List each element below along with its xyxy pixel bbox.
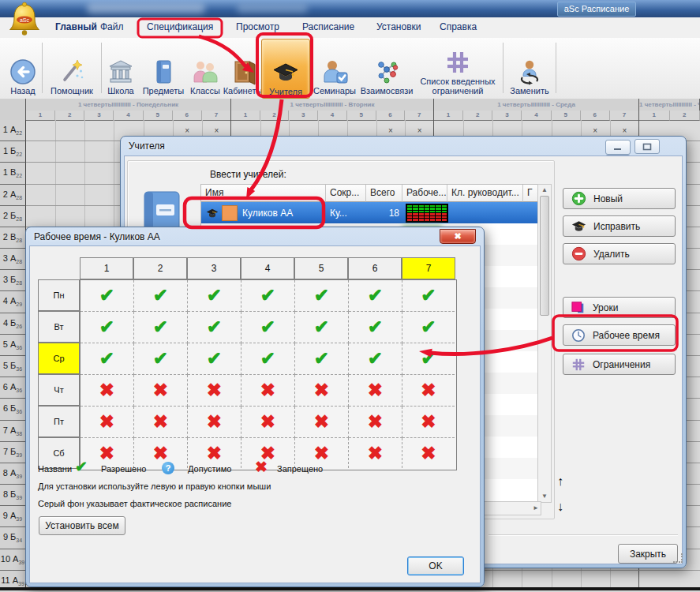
period-header-5[interactable]: 5 [294,257,348,279]
availability-cell[interactable]: ✔ [134,343,188,375]
toolbar-button-school[interactable]: Школа [103,39,139,97]
period-header-7[interactable]: 7 [402,257,455,279]
column-header-4[interactable]: Кл. руководит... [447,185,523,202]
menu-item-main[interactable]: Главный [55,21,97,32]
toolbar-button-replace[interactable]: Заменить [506,39,553,97]
availability-cell[interactable]: ✔ [241,343,295,375]
period-header-3[interactable]: 3 [187,257,241,279]
preview-cell [425,216,429,219]
availability-cell[interactable]: ✖ [188,375,241,407]
toolbar-button-back[interactable]: Назад [5,39,41,97]
maximize-button[interactable] [634,139,660,154]
menu-item-specification[interactable]: Спецификация [147,21,213,32]
close-dialog-button[interactable]: Закрыть [618,544,678,564]
availability-cell[interactable]: ✔ [295,280,349,312]
menu-item-file[interactable]: Файл [100,21,124,32]
availability-cell[interactable]: ✔ [402,280,455,312]
availability-cell[interactable]: ✔ [80,312,134,343]
teacher-abbr: Ку... [326,208,366,219]
availability-cell[interactable]: ✔ [241,312,295,343]
availability-cell[interactable]: ✖ [241,407,295,438]
day-header-1[interactable]: Вт [38,311,80,343]
day-header-3[interactable]: Чт [38,374,80,406]
availability-cell[interactable]: ✔ [295,343,349,375]
availability-cell[interactable]: ✖ [188,407,241,438]
availability-cell[interactable]: ✔ [349,343,402,375]
availability-cell[interactable]: ✔ [188,343,241,375]
scrollbar-thumb[interactable] [540,196,549,316]
toolbar-button-classrooms[interactable]: Кабинеты [223,39,262,97]
toolbar-button-classes[interactable]: Классы [187,39,223,97]
day-header-0[interactable]: Пн [38,279,80,311]
period-header-1[interactable]: 1 [80,257,133,279]
availability-cell[interactable]: ✔ [402,343,455,375]
availability-cell[interactable]: ✖ [241,375,295,407]
menu-item-view[interactable]: Просмотр [236,21,279,32]
menu-item-help[interactable]: Справка [440,21,477,32]
availability-cell[interactable]: ✔ [241,280,295,312]
teacher-color-swatch [222,205,238,221]
availability-cell[interactable]: ✔ [295,312,349,343]
toolbar-button-teachers[interactable]: Учителя [261,39,310,99]
period-header-2[interactable]: 2 [133,257,187,279]
availability-cell[interactable]: ✔ [80,343,134,375]
button-new[interactable]: Новый [563,188,676,209]
teacher-row-selected[interactable]: Куликов ААКу...18 [201,202,541,223]
period-header-4[interactable]: 4 [241,257,294,279]
toolbar-button-subjects[interactable]: Предметы [140,39,187,97]
column-header-1[interactable]: Сокр... [326,185,366,202]
check-icon: ✔ [75,458,88,476]
button-lessons[interactable]: Уроки [563,297,676,318]
close-button[interactable]: ✖ [440,229,476,244]
day-header-2[interactable]: Ср [38,343,80,374]
menu-item-options[interactable]: Установки [376,21,421,32]
availability-cell[interactable]: ✖ [80,375,134,407]
column-header-2[interactable]: Всего [366,185,402,202]
ok-button[interactable]: OK [407,556,464,575]
toolbar-button-seminars[interactable]: Семинары [312,39,357,97]
availability-cell[interactable]: ✔ [402,312,455,343]
availability-cell[interactable]: ✖ [349,375,402,407]
availability-cell[interactable]: ✖ [402,407,455,438]
preview-cell [425,211,429,213]
button-edit[interactable]: Исправить [563,215,676,237]
column-header-3[interactable]: Рабоче... [402,185,447,202]
button-worktime[interactable]: Рабочее время [563,324,676,346]
preview-cell [430,216,435,219]
minimize-button[interactable] [605,140,631,155]
day-header-4[interactable]: Пт [38,406,80,437]
availability-cell[interactable]: ✖ [402,375,455,407]
scroll-down-icon[interactable]: ▼ [538,493,551,500]
scroll-right-icon[interactable]: ► [533,504,539,512]
asc-bell-logo-icon[interactable]: aSc [6,2,43,41]
button-constraints[interactable]: Ограничения [563,354,676,375]
availability-cell[interactable]: ✖ [402,438,455,468]
availability-cell[interactable]: ✖ [349,407,402,438]
availability-cell[interactable]: ✔ [349,280,402,312]
availability-cell[interactable]: ✖ [295,375,349,407]
button-delete[interactable]: Удалить [563,243,676,264]
move-up-button[interactable]: ↑ [557,474,563,489]
availability-cell[interactable]: ✔ [134,312,188,343]
availability-cell[interactable]: ✖ [134,375,188,407]
toolbar-button-relationships[interactable]: Взаимосвязи [359,39,414,97]
column-header-0[interactable]: Имя [201,185,326,202]
toolbar-button-wizard[interactable]: Помощник [44,39,99,97]
availability-cell[interactable]: ✖ [80,407,134,438]
availability-cell[interactable]: ✔ [188,312,241,343]
availability-cell[interactable]: ✔ [188,280,241,312]
period-header-6[interactable]: 6 [348,257,402,279]
availability-cell[interactable]: ✖ [134,407,188,438]
set-all-button[interactable]: Установить всем [39,516,125,535]
availability-cell[interactable]: ✖ [349,438,402,468]
availability-cell[interactable]: ✔ [80,280,134,312]
scroll-up-icon[interactable]: ▲ [538,186,551,194]
toolbar-button-constraints-list[interactable]: Список введенных ограничений [415,39,500,97]
availability-cell[interactable]: ✔ [134,280,188,312]
resize-grip[interactable] [673,553,683,563]
move-down-button[interactable]: ↓ [557,500,563,514]
availability-cell[interactable]: ✖ [295,407,349,438]
vertical-scrollbar[interactable]: ▲ ▼ [537,184,552,503]
menu-item-timetable[interactable]: Расписание [302,21,354,32]
availability-cell[interactable]: ✔ [349,312,402,343]
